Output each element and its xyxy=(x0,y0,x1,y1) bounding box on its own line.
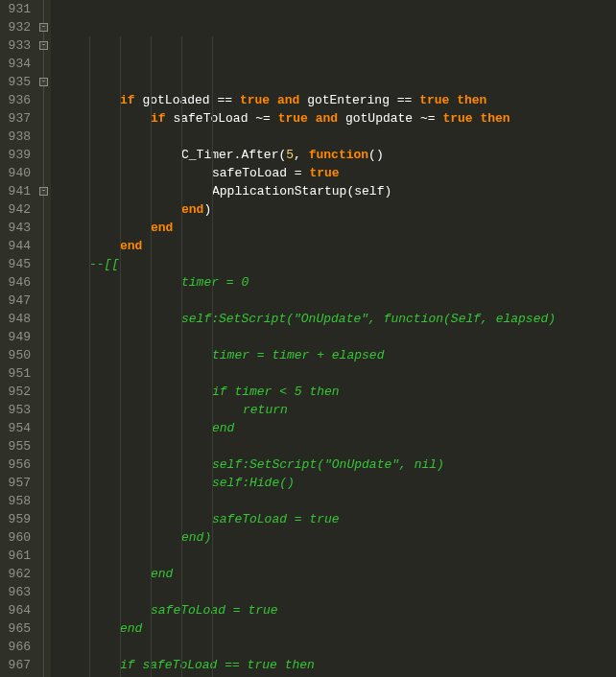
token-op: ~= xyxy=(255,111,271,126)
code-line[interactable]: timer = timer + elapsed xyxy=(51,346,616,364)
token-ident: gotUpdate xyxy=(345,111,413,126)
indent-guide xyxy=(181,36,182,677)
code-line[interactable]: return xyxy=(51,401,616,419)
token-bool: true xyxy=(309,166,339,180)
fold-toggle[interactable]: - xyxy=(39,41,48,50)
token-cmt: if timer < 5 then xyxy=(212,385,340,399)
indent-guide xyxy=(89,36,90,677)
token-cmt: end xyxy=(120,621,142,636)
code-line[interactable]: safeToLoad = true xyxy=(51,510,616,528)
code-line[interactable] xyxy=(51,73,616,91)
token-paren: () xyxy=(368,148,384,162)
token-kw: then xyxy=(480,111,509,126)
code-line[interactable]: if safeToLoad ~= true and gotUpdate ~= t… xyxy=(51,109,616,128)
token-ident: safeToLoad xyxy=(212,166,287,180)
code-line[interactable]: self:Hide() xyxy=(51,474,616,492)
line-number: 963 xyxy=(0,583,31,601)
code-line[interactable]: end xyxy=(51,237,616,255)
indent-guide xyxy=(151,36,152,677)
token-ident: gotEntering xyxy=(307,93,390,107)
token-bool: true xyxy=(442,111,472,126)
fold-toggle[interactable]: - xyxy=(39,78,48,86)
token-kw: end xyxy=(181,202,203,217)
line-number: 967 xyxy=(0,656,31,674)
token-kw: and xyxy=(277,93,299,107)
line-number: 952 xyxy=(0,383,31,401)
code-line[interactable]: C_Timer.After(5, function() xyxy=(51,146,616,164)
token-cmt: self:SetScript("OnUpdate", nil) xyxy=(212,457,444,472)
code-line[interactable]: --[[ xyxy=(51,255,616,273)
code-line[interactable]: end) xyxy=(51,528,616,547)
code-line[interactable]: end) xyxy=(51,200,616,219)
code-line[interactable]: end xyxy=(51,619,616,638)
code-line[interactable] xyxy=(51,328,616,346)
code-line[interactable]: end xyxy=(51,219,616,237)
token-ident: gotLoaded xyxy=(142,93,209,107)
indent-guide xyxy=(120,36,121,677)
code-line[interactable] xyxy=(51,437,616,455)
token-cmt: safeToLoad = true xyxy=(212,512,340,526)
token-op: , xyxy=(294,148,301,162)
line-number: 947 xyxy=(0,292,31,310)
line-number: 948 xyxy=(0,310,31,328)
token-kw: end xyxy=(151,221,173,235)
code-area[interactable]: if gotLoaded == true and gotEntering == … xyxy=(51,0,616,677)
code-line[interactable]: if timer < 5 then xyxy=(51,383,616,401)
token-cmt: safeToLoad = true xyxy=(151,603,278,618)
line-number: 960 xyxy=(0,528,31,547)
line-number: 935 xyxy=(0,73,31,91)
code-line[interactable]: safeToLoad = true xyxy=(51,601,616,619)
token-kw: end xyxy=(120,239,142,253)
token-kw: then xyxy=(457,93,486,107)
line-number: 937 xyxy=(0,109,31,128)
code-line[interactable] xyxy=(51,547,616,565)
line-number: 934 xyxy=(0,55,31,73)
token-cmt: end) xyxy=(181,530,211,545)
code-line[interactable] xyxy=(51,638,616,656)
line-number: 946 xyxy=(0,273,31,292)
line-number: 959 xyxy=(0,510,31,528)
token-cmt: --[[ xyxy=(89,257,119,271)
code-line[interactable]: if safeToLoad == true then xyxy=(51,656,616,674)
line-number: 944 xyxy=(0,237,31,255)
token-num: 5 xyxy=(286,148,294,162)
token-op: == xyxy=(397,93,413,107)
code-line[interactable]: ApplicationStartup(self) xyxy=(51,182,616,200)
token-cmt: if safeToLoad == true then xyxy=(120,658,315,672)
fold-toggle[interactable]: - xyxy=(39,187,48,196)
token-bool: true xyxy=(419,93,449,107)
line-number: 953 xyxy=(0,401,31,419)
code-line[interactable] xyxy=(51,128,616,146)
line-number: 945 xyxy=(0,255,31,273)
token-cmt: end xyxy=(151,567,173,581)
token-kw: function xyxy=(309,148,368,162)
code-line[interactable] xyxy=(51,583,616,601)
token-bool: true xyxy=(240,93,270,107)
line-number: 956 xyxy=(0,455,31,474)
code-line[interactable]: timer = 0 xyxy=(51,273,616,292)
token-call: After xyxy=(241,148,278,162)
code-editor[interactable]: 9319329339349359369379389399409419429439… xyxy=(0,0,616,677)
code-line[interactable]: if gotLoaded == true and gotEntering == … xyxy=(51,91,616,109)
code-line[interactable]: self:SetScript("OnUpdate", nil) xyxy=(51,455,616,474)
code-line[interactable]: self:SetScript("OnUpdate", function(Self… xyxy=(51,310,616,328)
fold-toggle[interactable]: - xyxy=(39,23,48,32)
code-line[interactable] xyxy=(51,292,616,310)
line-number: 955 xyxy=(0,437,31,455)
fold-column[interactable]: ---- xyxy=(36,0,51,677)
line-number: 951 xyxy=(0,364,31,383)
token-cmt: timer = timer + elapsed xyxy=(212,348,384,362)
line-number: 939 xyxy=(0,146,31,164)
token-bool: true xyxy=(278,111,308,126)
line-number-gutter: 9319329339349359369379389399409419429439… xyxy=(0,0,36,677)
line-number: 932 xyxy=(0,18,31,36)
code-line[interactable]: end xyxy=(51,565,616,583)
code-line[interactable]: safeToLoad = true xyxy=(51,164,616,182)
code-line[interactable] xyxy=(51,492,616,510)
line-number: 965 xyxy=(0,619,31,638)
code-line[interactable]: end xyxy=(51,419,616,437)
code-line[interactable] xyxy=(51,364,616,383)
line-number: 942 xyxy=(0,200,31,219)
line-number: 961 xyxy=(0,547,31,565)
token-kw: if xyxy=(151,111,166,126)
